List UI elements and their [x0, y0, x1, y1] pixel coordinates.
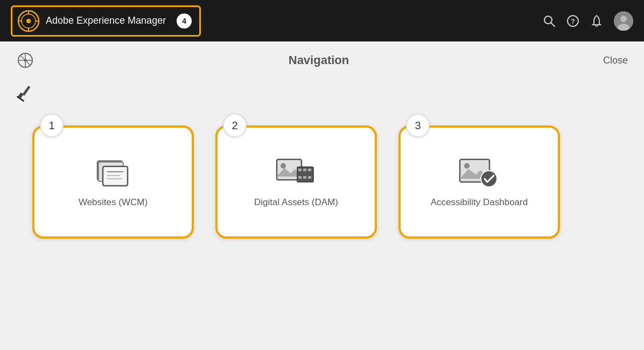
svg-rect-24 [103, 166, 128, 186]
card-number-2: 2 [223, 114, 247, 137]
accessibility-icon [458, 156, 501, 188]
card-wrapper-websites: 1 Websites (WCM) [32, 125, 194, 239]
navigation-panel: Navigation Close 1 [0, 41, 644, 350]
tools-section [0, 79, 644, 115]
svg-rect-37 [308, 176, 311, 179]
notification-count-badge: 4 [177, 13, 192, 29]
card-wrapper-dam: 2 [215, 125, 377, 239]
bell-icon[interactable] [590, 15, 603, 27]
help-icon[interactable]: ? [566, 15, 579, 27]
svg-rect-20 [22, 86, 31, 96]
svg-text:?: ? [571, 17, 575, 25]
search-icon[interactable] [543, 15, 556, 27]
card-accessibility[interactable]: Accessibility Dashboard [398, 125, 560, 239]
app-title: Adobe Experience Manager [46, 15, 166, 26]
card-number-3: 3 [406, 114, 430, 137]
aem-logo-icon [18, 10, 39, 32]
card-wrapper-accessibility: 3 Accessibility Dashboard [398, 125, 560, 239]
dam-icon [275, 156, 318, 188]
hammer-icon[interactable] [14, 82, 35, 103]
card-number-1: 1 [40, 114, 64, 137]
svg-rect-35 [298, 176, 302, 179]
app-title-block[interactable]: Adobe Experience Manager 4 [11, 5, 201, 37]
websites-label: Websites (WCM) [79, 197, 148, 208]
svg-point-12 [620, 16, 627, 22]
svg-point-2 [26, 19, 31, 23]
svg-point-29 [281, 163, 286, 169]
close-button[interactable]: Close [603, 55, 628, 66]
card-dam[interactable]: Digital Assets (DAM) [215, 125, 377, 239]
svg-rect-32 [298, 169, 302, 171]
dam-label: Digital Assets (DAM) [254, 197, 338, 208]
websites-icon [92, 156, 135, 188]
avatar[interactable] [614, 11, 633, 31]
svg-point-39 [464, 163, 470, 169]
accessibility-label: Accessibility Dashboard [431, 197, 528, 208]
compass-icon[interactable] [16, 51, 34, 69]
header: Adobe Experience Manager 4 ? [0, 0, 644, 41]
nav-top-bar: Navigation Close [0, 41, 644, 79]
nav-title: Navigation [34, 53, 603, 67]
header-actions: ? [543, 11, 633, 31]
svg-rect-34 [308, 169, 311, 171]
svg-rect-36 [303, 176, 306, 179]
svg-point-18 [24, 59, 27, 62]
svg-point-42 [481, 171, 496, 186]
svg-rect-33 [303, 169, 306, 171]
svg-line-8 [551, 23, 555, 26]
cards-container: 1 Websites (WCM) [0, 115, 644, 350]
card-websites[interactable]: Websites (WCM) [32, 125, 194, 239]
